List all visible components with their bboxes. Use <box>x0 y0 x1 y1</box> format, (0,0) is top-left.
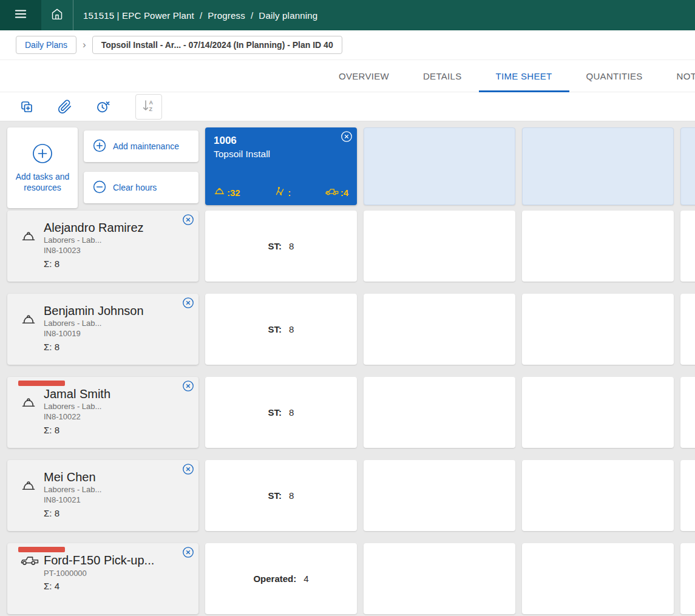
resource-total: Σ: 8 <box>7 259 198 269</box>
board-row: Ford-F150 Pick-up... PT-1000000 Σ: 4 Ope… <box>7 543 695 614</box>
task-name: Topsoil Install <box>214 149 348 160</box>
tab-time-sheet[interactable]: TIME SHEET <box>479 60 569 92</box>
timesheet-cell-empty[interactable] <box>364 377 515 448</box>
empty-task-slot[interactable] <box>364 127 515 205</box>
cell-label: ST: <box>268 407 282 418</box>
add-tasks-label: Add tasks and resources <box>7 171 78 193</box>
svg-text:A: A <box>149 100 154 106</box>
timesheet-cell[interactable]: ST: 8 <box>205 211 357 282</box>
minus-circle-icon <box>93 180 106 195</box>
home-button[interactable] <box>41 0 73 30</box>
remove-resource-button[interactable] <box>182 297 194 309</box>
timesheet-cell-empty[interactable] <box>680 377 695 448</box>
timesheet-cell-empty[interactable] <box>522 460 674 531</box>
copy-plan-icon[interactable] <box>19 100 34 114</box>
timesheet-cell[interactable]: ST: 8 <box>205 460 357 531</box>
empty-task-slot[interactable] <box>522 127 674 205</box>
alert-flag-bar <box>18 381 65 386</box>
cell-value: 4 <box>303 574 308 584</box>
timesheet-cell-empty[interactable] <box>522 377 674 448</box>
tab-bar: OVERVIEW DETAILS TIME SHEET QUANTITIES N… <box>0 60 695 92</box>
hardhat-icon <box>21 395 36 422</box>
resource-card[interactable]: Jamal Smith Laborers - Lab... IN8-10022 … <box>7 377 198 448</box>
home-icon <box>51 8 63 22</box>
task-stats: :32 : :4 <box>214 186 348 199</box>
cell-value: 8 <box>289 324 294 334</box>
timesheet-cell-empty[interactable] <box>522 543 674 614</box>
remove-task-button[interactable] <box>341 130 353 143</box>
daily-plans-button[interactable]: Daily Plans <box>16 36 76 54</box>
timesheet-cell-empty[interactable] <box>680 543 695 614</box>
resource-name: Mei Chen <box>44 470 101 484</box>
current-plan-chip[interactable]: Topsoil Install - Ar... - 07/14/2024 (In… <box>92 36 342 54</box>
cell-value: 8 <box>289 407 294 418</box>
resource-name: Alejandro Ramirez <box>44 220 144 235</box>
resource-role: Laborers - Lab... <box>44 318 144 328</box>
timesheet-cell-empty[interactable] <box>680 460 695 531</box>
resource-role: Laborers - Lab... <box>44 235 144 245</box>
timesheet-cell-empty[interactable] <box>364 211 515 282</box>
remove-resource-button[interactable] <box>182 463 194 475</box>
attachment-icon[interactable] <box>58 100 72 114</box>
resource-total: Σ: 8 <box>7 508 198 518</box>
timesheet-cell[interactable]: ST: 8 <box>205 294 357 365</box>
cell-label: ST: <box>268 324 282 334</box>
tab-overview[interactable]: OVERVIEW <box>322 60 406 92</box>
board-header-row: Add tasks and resources Add maintenance … <box>7 127 695 208</box>
close-icon <box>341 130 353 143</box>
resource-total: Σ: 4 <box>7 581 198 591</box>
board-row: Alejandro Ramirez Laborers - Lab... IN8-… <box>7 211 695 282</box>
timesheet-cell-empty[interactable] <box>364 460 515 531</box>
cell-label: Operated: <box>253 574 296 584</box>
cell-value: 8 <box>289 241 294 251</box>
resource-role: Laborers - Lab... <box>44 401 110 411</box>
menu-button[interactable] <box>0 0 41 30</box>
task-card[interactable]: 1006 Topsoil Install :32 : <box>205 127 357 205</box>
timesheet-cell-empty[interactable] <box>364 543 515 614</box>
app-bar: 151515 | EPC Power Plant / Progress / Da… <box>0 0 695 30</box>
empty-task-slot[interactable] <box>680 127 695 205</box>
tab-quantities[interactable]: QUANTITIES <box>569 60 660 92</box>
hamburger-icon <box>14 7 27 23</box>
remove-resource-button[interactable] <box>182 214 194 226</box>
remove-resource-button[interactable] <box>182 380 194 392</box>
clear-hours-icon[interactable] <box>96 100 110 114</box>
close-icon <box>182 214 194 226</box>
timesheet-cell-empty[interactable] <box>522 294 674 365</box>
resource-card[interactable]: Benjamin Johnson Laborers - Lab... IN8-1… <box>7 294 198 365</box>
resource-id: IN8-10023 <box>44 245 144 256</box>
resource-name: Benjamin Johnson <box>44 303 144 318</box>
close-icon <box>182 463 194 475</box>
clear-hours-label: Clear hours <box>113 183 157 192</box>
timesheet-cell-empty[interactable] <box>522 211 674 282</box>
sort-button[interactable]: AZ <box>135 94 162 120</box>
timesheet-board: Add tasks and resources Add maintenance … <box>0 121 695 616</box>
hardhat-icon <box>21 312 36 339</box>
worker-hours-stat: : <box>274 186 291 199</box>
clear-hours-button[interactable]: Clear hours <box>84 172 198 203</box>
worker-icon <box>274 186 286 199</box>
breadcrumb-section[interactable]: Progress <box>208 10 245 21</box>
add-tasks-resources-button[interactable]: Add tasks and resources <box>7 127 78 208</box>
chevron-right-icon: › <box>83 39 86 51</box>
resource-total: Σ: 8 <box>7 342 198 352</box>
resource-name: Ford-F150 Pick-up... <box>44 553 154 567</box>
equipment-card[interactable]: Ford-F150 Pick-up... PT-1000000 Σ: 4 <box>7 543 198 614</box>
timesheet-cell-empty[interactable] <box>680 211 695 282</box>
remove-resource-button[interactable] <box>182 546 194 558</box>
hardhat-icon <box>214 186 225 199</box>
resource-id: PT-1000000 <box>7 569 198 578</box>
resource-card[interactable]: Alejandro Ramirez Laborers - Lab... IN8-… <box>7 211 198 282</box>
resource-card[interactable]: Mei Chen Laborers - Lab... IN8-10021 Σ: … <box>7 460 198 531</box>
timesheet-cell-empty[interactable] <box>364 294 515 365</box>
breadcrumb-separator: / <box>200 10 202 21</box>
add-maintenance-button[interactable]: Add maintenance <box>84 130 198 162</box>
tab-notes[interactable]: NOTES <box>660 60 695 92</box>
breadcrumb-separator: / <box>251 10 253 21</box>
tab-details[interactable]: DETAILS <box>406 60 479 92</box>
timesheet-cell-empty[interactable] <box>680 294 695 365</box>
close-icon <box>182 297 194 309</box>
equipment-hours-stat: :4 <box>325 186 348 198</box>
timesheet-cell[interactable]: Operated: 4 <box>205 543 357 614</box>
timesheet-cell[interactable]: ST: 8 <box>205 377 357 448</box>
